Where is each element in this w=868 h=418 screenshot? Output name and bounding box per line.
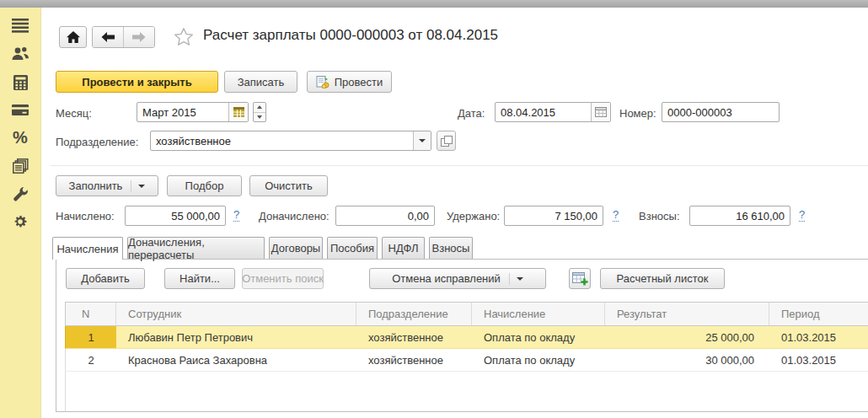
date-picker-button[interactable] [591,103,610,121]
additional-value[interactable]: 0,00 [336,210,434,222]
post-button[interactable]: Провести [307,71,392,93]
find-button[interactable]: Найти... [164,268,235,289]
cell-period[interactable]: 01.03.2015 [769,349,868,372]
table-add-icon [572,271,588,286]
cell-result[interactable]: 25 000,00 [605,326,769,349]
month-spin-down[interactable] [254,112,265,122]
cell-accrual[interactable]: Оплата по окладу [472,349,605,372]
tab-benefits[interactable]: Пособия [327,237,378,259]
sidebar-item-administration[interactable] [0,211,40,233]
department-dropdown-button[interactable] [413,131,431,150]
column-header-accrual[interactable]: Начисление [472,302,605,326]
accrued-help-link[interactable]: ? [233,209,239,222]
back-arrow-icon [101,32,115,42]
table-row[interactable]: 1 Любавин Петр Петрович хозяйственное Оп… [65,326,868,349]
cell-result[interactable]: 30 000,00 [605,349,769,372]
page-title: Расчет зарплаты 0000-000003 от 08.04.201… [203,27,498,44]
bank-card-icon [12,104,29,116]
favorite-star-button[interactable] [174,27,194,50]
month-picker-button[interactable] [228,103,248,121]
column-header-employee[interactable]: Сотрудник [116,302,356,326]
fill-button[interactable]: Заполнить [56,175,158,196]
spin-down-icon [257,115,262,119]
table-row[interactable]: 2 Краснова Раиса Захаровна хозяйственное… [65,349,868,372]
cell-department[interactable]: хозяйственное [356,326,472,349]
additional-field[interactable]: 0,00 [335,206,435,226]
clear-button[interactable]: Очистить [249,175,328,196]
undo-corrections-button[interactable]: Отмена исправлений [369,268,546,289]
withheld-value[interactable]: 7 150,00 [505,210,603,222]
additional-label: Доначислено: [259,210,330,222]
home-icon [67,31,80,43]
cell-department[interactable]: хозяйственное [356,349,472,372]
cell-period[interactable]: 01.03.2015 [769,326,868,349]
tab-contributions[interactable]: Взносы [429,237,473,259]
withheld-field[interactable]: 7 150,00 [504,206,603,226]
cell-row-number[interactable]: 2 [65,349,116,372]
sidebar-item-settings[interactable] [0,183,40,205]
documents-icon [13,158,29,174]
column-header-period[interactable]: Период [769,302,868,326]
month-field[interactable]: Март 2015 [137,102,249,122]
spin-up-icon [257,105,262,109]
chevron-down-icon [138,185,145,188]
month-label: Месяц: [56,107,92,120]
post-button-label: Провести [335,76,383,88]
department-field[interactable]: хозяйственное [150,131,431,151]
contributions-value[interactable]: 16 610,00 [690,210,790,222]
history-nav [92,26,155,48]
tab-additional-accruals[interactable]: Доначисления, перерасчеты [127,237,265,259]
contributions-field[interactable]: 16 610,00 [689,206,790,226]
month-spinner [253,102,266,122]
tab-ndfl[interactable]: НДФЛ [382,237,425,259]
month-grid-icon [233,107,244,117]
save-button[interactable]: Записать [224,71,297,93]
sidebar-item-employees[interactable] [0,43,40,65]
section-separator [51,165,868,166]
forward-button[interactable] [123,27,154,47]
number-value[interactable]: 0000-000003 [662,106,779,119]
department-open-button[interactable] [437,131,456,151]
column-header-n[interactable]: N [65,302,116,326]
accrued-value[interactable]: 55 000,00 [126,210,225,222]
column-header-department[interactable]: Подразделение [356,302,472,326]
post-and-close-button[interactable]: Провести и закрыть [56,71,218,93]
accrued-field[interactable]: 55 000,00 [125,206,226,226]
department-value[interactable]: хозяйственное [151,135,413,147]
number-field[interactable]: 0000-000003 [662,102,780,122]
month-value[interactable]: Март 2015 [137,106,228,119]
pick-button[interactable]: Подбор [167,175,242,196]
sidebar-item-reports[interactable] [0,155,40,177]
date-field[interactable]: 08.04.2015 [495,102,611,122]
change-form-button[interactable] [569,268,591,289]
add-row-button[interactable]: Добавить [66,268,145,289]
gear-icon [13,214,28,229]
table-header-row: N Сотрудник Подразделение Начисление Рез… [65,302,868,326]
cell-employee[interactable]: Краснова Раиса Захаровна [116,349,356,372]
cell-accrual[interactable]: Оплата по окладу [472,326,605,349]
calculator-icon [13,75,28,90]
window-title-strip [0,0,868,8]
contributions-help-link[interactable]: ? [799,209,805,222]
sidebar-item-menu[interactable] [0,14,40,36]
withheld-help-link[interactable]: ? [613,209,619,222]
star-icon [174,27,194,46]
sidebar-item-taxes[interactable]: % [0,126,40,148]
users-icon [11,46,29,62]
home-button[interactable] [59,26,87,48]
sidebar-item-payments[interactable] [0,99,40,121]
button-divider [509,273,510,285]
calendar-icon [595,107,607,117]
tab-accruals[interactable]: Начисления [52,237,123,260]
back-button[interactable] [93,27,123,47]
cancel-search-button[interactable]: Отменить поиск [242,268,324,289]
date-value[interactable]: 08.04.2015 [496,106,591,119]
cell-employee[interactable]: Любавин Петр Петрович [116,326,356,349]
sidebar-item-salary[interactable] [0,72,40,94]
column-header-result[interactable]: Результат [605,302,769,326]
open-window-icon [441,136,453,147]
payslip-button[interactable]: Расчетный листок [600,268,725,289]
month-spin-up[interactable] [254,103,265,112]
tab-contracts[interactable]: Договоры [269,237,323,259]
cell-row-number[interactable]: 1 [65,326,116,349]
